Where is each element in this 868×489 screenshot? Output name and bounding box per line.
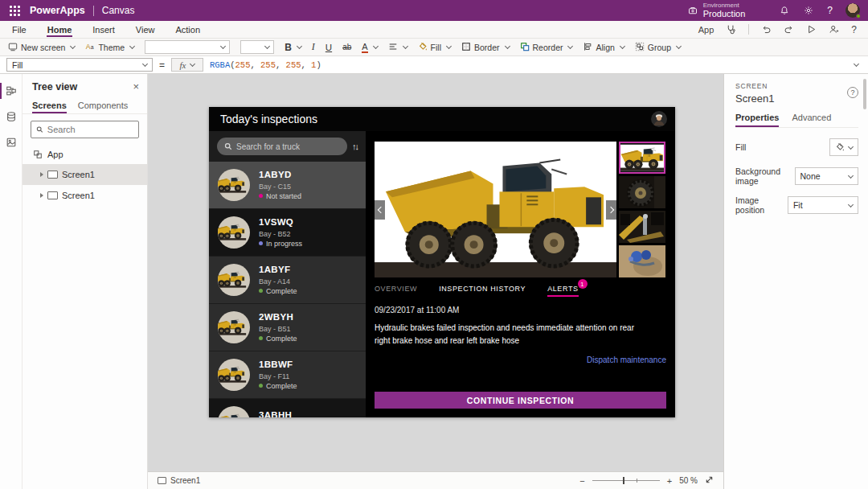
group-icon [635,42,645,53]
notifications-icon[interactable] [779,5,790,16]
truck-list-item[interactable]: 3ABHH Bay - B09 [209,399,366,417]
tree-item-label: App [47,150,63,159]
thumbnail-brake-hoses[interactable] [619,245,665,277]
expander-icon[interactable] [40,193,43,198]
truck-status: In progress [266,239,302,249]
zoom-out-button[interactable]: − [579,476,584,486]
menu-insert[interactable]: Insert [92,23,116,37]
strikethrough-button[interactable]: ab [342,43,351,51]
status-dot [259,194,263,198]
waffle-icon[interactable] [10,6,20,16]
menu-home[interactable]: Home [47,23,73,37]
svg-text:A: A [86,43,91,51]
tab-components[interactable]: Components [78,97,128,113]
data-sources-icon[interactable] [0,106,22,127]
dispatch-maintenance-link[interactable]: Dispatch maintenance [375,355,666,364]
menu-action[interactable]: Action [174,23,201,37]
formula-expand-icon[interactable] [854,61,859,67]
media-icon[interactable] [0,132,22,153]
font-color-button[interactable]: A [362,42,377,53]
tab-properties[interactable]: Properties [735,113,779,127]
truck-bay: Bay - A14 [259,277,297,286]
new-screen-button[interactable]: New screen [8,42,75,53]
close-icon[interactable]: × [133,80,139,92]
property-label-image-position: Image position [735,195,788,215]
font-family-select[interactable] [145,40,230,54]
tree-view-title: Tree view [32,81,77,92]
bold-button[interactable]: B [285,42,301,53]
tab-advanced[interactable]: Advanced [792,113,831,127]
preview-play-icon[interactable] [806,24,817,35]
divider [93,6,94,16]
menu-file[interactable]: File [11,23,27,37]
share-person-icon[interactable] [829,24,839,35]
fit-to-window-icon[interactable] [705,475,714,486]
settings-gear-icon[interactable] [803,5,814,16]
thumbnail-tire[interactable] [619,176,665,208]
redo-icon[interactable] [784,24,794,35]
group-button[interactable]: Group [635,42,681,53]
panel-scrollbar[interactable] [863,79,866,109]
truck-list-item[interactable]: 1BBWF Bay - F11 Complete [209,351,366,398]
app-scope-label[interactable]: App [698,25,714,35]
border-button[interactable]: Border [461,42,510,53]
fx-button[interactable]: fx [171,58,203,72]
truck-thumbnail [218,406,250,417]
truck-search[interactable] [217,138,347,155]
reorder-button[interactable]: Reorder [520,42,573,53]
tree-item-screen2[interactable]: Screen1 [23,185,147,206]
tree-item-app[interactable]: App [23,145,147,164]
tab-inspection-history[interactable]: INSPECTION HISTORY [439,285,526,297]
app-checker-icon[interactable] [726,24,736,35]
user-avatar[interactable] [651,111,667,127]
truck-search-input[interactable] [236,142,340,151]
tree-view-icon[interactable] [0,80,22,101]
product-name[interactable]: PowerApps [30,5,85,16]
formula-input[interactable]: RGBA(255, 255, 255, 1) [210,60,845,70]
menu-view[interactable]: View [135,23,156,37]
expander-icon[interactable] [40,172,43,177]
continue-inspection-button[interactable]: CONTINUE INSPECTION [375,392,666,409]
panel-help-icon[interactable]: ? [847,87,858,98]
tab-screens[interactable]: Screens [32,97,67,113]
thumbnail-cab-interior[interactable] [619,211,665,243]
undo-icon[interactable] [761,24,772,35]
status-dot [259,336,263,340]
fill-button[interactable]: Fill [418,42,451,53]
align-button[interactable]: Align [583,42,624,53]
image-position-select[interactable]: Fit [788,196,858,214]
truck-thumbnail [218,264,250,296]
environment-picker[interactable]: Environment Production [687,2,746,19]
truck-list-item[interactable]: 2WBYH Bay - B51 Complete [209,304,366,351]
zoom-slider-thumb[interactable] [623,477,624,484]
truck-list-item[interactable]: 1ABYD Bay - C15 Not started [209,162,366,208]
tab-overview[interactable]: OVERVIEW [375,285,417,297]
property-select[interactable]: Fill [6,58,153,72]
design-canvas[interactable]: Today's inspections ↑↓ [148,74,723,471]
app-screen-frame[interactable]: Today's inspections ↑↓ [209,107,675,417]
background-image-select[interactable]: None [795,167,858,185]
carousel-prev-button[interactable] [375,200,385,220]
fill-color-picker[interactable] [829,138,858,156]
zoom-in-button[interactable]: + [667,476,672,486]
sort-icon[interactable]: ↑↓ [352,142,359,151]
italic-button[interactable]: I [312,41,315,53]
tree-search[interactable] [31,121,139,138]
theme-button[interactable]: Aa Theme [85,42,134,53]
left-rail [0,74,23,489]
zoom-slider[interactable] [592,480,660,481]
underline-button[interactable]: U [326,43,332,52]
carousel-next-button[interactable] [606,200,616,220]
tree-item-screen1[interactable]: Screen1 [23,164,147,185]
tree-search-input[interactable] [47,125,133,134]
truck-list-item[interactable]: 1VSWQ Bay - B52 In progress [209,209,366,256]
ribbon-help-icon[interactable]: ? [851,24,857,35]
help-icon[interactable]: ? [827,5,833,16]
text-align-button[interactable] [388,42,407,53]
tab-alerts[interactable]: ALERTS 1 [547,285,578,297]
font-size-select[interactable] [240,40,274,54]
truck-list-item[interactable]: 1ABYF Bay - A14 Complete [209,257,366,303]
account-avatar[interactable] [845,3,860,18]
thumbnail-truck[interactable] [619,142,665,174]
current-screen-indicator[interactable]: Screen1 [158,476,200,485]
